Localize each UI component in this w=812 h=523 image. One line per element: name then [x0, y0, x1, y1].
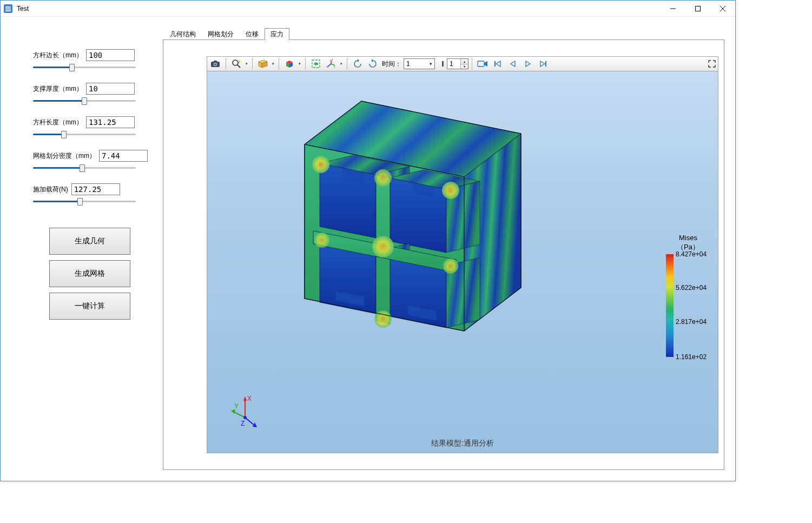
svg-point-11	[233, 60, 238, 65]
time-label: 时间：	[382, 59, 401, 69]
svg-point-28	[314, 233, 329, 248]
svg-rect-23	[545, 61, 546, 67]
prev-frame-icon[interactable]	[506, 57, 520, 70]
param-input[interactable]	[86, 49, 135, 61]
param-input[interactable]	[86, 116, 135, 128]
expand-icon[interactable]	[707, 57, 717, 70]
param-row-2: 方杆长度（mm）	[33, 116, 147, 139]
viewer-toolbar: ▾ ▾ ▾	[207, 56, 718, 71]
svg-text:y: y	[334, 65, 335, 68]
svg-text:z: z	[332, 59, 333, 61]
param-input[interactable]	[71, 183, 120, 195]
svg-line-37	[245, 418, 255, 426]
param-row-1: 支撑厚度（mm）	[33, 83, 147, 105]
time-combo[interactable]: 1	[404, 58, 435, 69]
parameter-panel: 方杆边长（mm） 支撑厚度（mm） 方杆长度（mm） 网格划分密度（mm）	[11, 28, 152, 470]
svg-rect-4	[696, 6, 701, 11]
param-row-3: 网格划分密度（mm）	[33, 150, 147, 173]
svg-line-35	[233, 412, 245, 418]
svg-rect-0	[5, 6, 11, 8]
tab-2[interactable]: 位移	[240, 28, 265, 40]
svg-line-12	[237, 65, 240, 68]
tab-1[interactable]: 网格划分	[202, 28, 240, 40]
zoom-dropdown-icon[interactable]: ▾	[245, 62, 249, 66]
param-input[interactable]	[99, 150, 148, 162]
param-slider[interactable]	[33, 62, 136, 72]
svg-point-25	[442, 182, 459, 199]
display-dropdown-icon[interactable]: ▾	[298, 62, 302, 66]
param-label: 网格划分密度（mm）	[33, 151, 96, 161]
svg-point-24	[312, 156, 329, 173]
svg-point-29	[443, 259, 458, 274]
window-title: Test	[17, 5, 29, 12]
generate-mesh-button[interactable]: 生成网格	[49, 260, 130, 287]
svg-text:X: X	[247, 395, 252, 402]
generate-geometry-button[interactable]: 生成几何	[49, 228, 130, 255]
app-window: Test 方杆边长（mm） 支撑厚度（mm）	[0, 0, 736, 481]
svg-rect-21	[478, 61, 484, 67]
viewer-panel: 几何结构网格划分位移应力 ▾	[163, 28, 724, 470]
camera-snapshot-icon[interactable]	[208, 57, 222, 70]
close-button[interactable]	[710, 1, 735, 17]
one-click-compute-button[interactable]: 一键计算	[49, 293, 130, 320]
play-icon[interactable]	[521, 57, 535, 70]
fea-model	[272, 82, 553, 342]
app-icon	[4, 4, 12, 13]
svg-point-26	[372, 236, 394, 257]
svg-point-10	[214, 63, 216, 65]
color-legend: Mises （Pa） 8.427e+045.622e+042.817e+041.…	[664, 234, 712, 357]
legend-tick: 5.622e+04	[676, 284, 707, 292]
first-frame-icon[interactable]	[491, 57, 505, 70]
svg-point-39	[243, 416, 247, 419]
svg-text:Z: Z	[241, 420, 245, 427]
legend-tick: 8.427e+04	[676, 250, 707, 258]
titlebar: Test	[1, 1, 735, 17]
clip-dropdown-icon[interactable]: ▾	[271, 62, 275, 66]
next-frame-icon[interactable]	[536, 57, 550, 70]
clip-plane-icon[interactable]	[256, 57, 270, 70]
svg-rect-1	[5, 8, 11, 9]
svg-point-27	[374, 169, 392, 187]
param-slider[interactable]	[33, 129, 136, 139]
legend-tick: 2.817e+04	[676, 318, 707, 326]
param-slider[interactable]	[33, 163, 136, 173]
result-caption: 结果模型:通用分析	[431, 439, 494, 448]
record-icon[interactable]	[476, 57, 490, 70]
zoom-select-icon[interactable]	[229, 57, 243, 70]
param-slider[interactable]	[33, 96, 136, 105]
legend-tick: 1.161e+02	[676, 353, 707, 361]
legend-title-1: Mises	[679, 234, 697, 242]
result-viewport[interactable]: X Y Z	[207, 71, 718, 453]
axis-orientation-icon[interactable]: zyx	[324, 57, 338, 70]
frame-spinner[interactable]: 1 ▴▾	[447, 58, 468, 69]
svg-rect-22	[494, 61, 496, 67]
param-label: 方杆长度（mm）	[33, 118, 83, 127]
axis-dropdown-icon[interactable]: ▾	[339, 62, 344, 66]
param-input[interactable]	[86, 83, 135, 95]
legend-bar: 8.427e+045.622e+042.817e+041.161e+02	[666, 254, 674, 357]
svg-text:Y: Y	[234, 402, 239, 410]
param-slider[interactable]	[33, 196, 136, 206]
display-style-icon[interactable]	[282, 57, 296, 70]
rotate-ccw-icon[interactable]	[351, 57, 365, 70]
legend-title-2: （Pa）	[677, 243, 699, 251]
tabs: 几何结构网格划分位移应力	[163, 28, 724, 39]
rotate-cw-icon[interactable]	[366, 57, 380, 70]
svg-rect-2	[5, 10, 11, 11]
param-row-0: 方杆边长（mm）	[33, 49, 147, 72]
time-end-icon[interactable]	[436, 57, 446, 70]
svg-line-16	[328, 64, 331, 67]
svg-rect-20	[442, 61, 444, 67]
tab-0[interactable]: 几何结构	[164, 28, 202, 40]
param-label: 施加载荷(N)	[33, 185, 68, 194]
axis-triad: X Y Z	[229, 393, 267, 431]
viewer-frame: ▾ ▾ ▾	[163, 39, 724, 470]
fit-view-icon[interactable]	[309, 57, 323, 70]
param-label: 方杆边长（mm）	[33, 51, 83, 60]
svg-rect-8	[214, 61, 217, 62]
param-label: 支撑厚度（mm）	[33, 84, 83, 94]
minimize-button[interactable]	[661, 1, 685, 17]
tab-3[interactable]: 应力	[265, 28, 289, 40]
maximize-button[interactable]	[685, 1, 710, 17]
param-row-4: 施加载荷(N)	[33, 183, 147, 206]
